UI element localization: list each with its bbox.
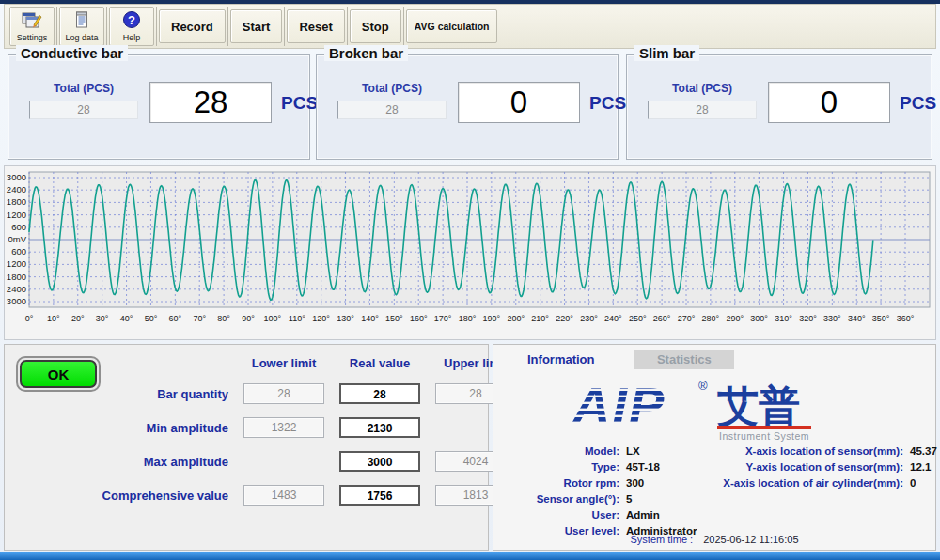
toolbar-separator — [56, 7, 57, 46]
svg-text:260°: 260° — [653, 314, 671, 323]
lower-limit-header: Lower limit — [243, 356, 324, 370]
conductive-total-input[interactable]: 28 — [29, 101, 138, 119]
y-sensor-label: Y-axis location of sensor(mm): — [682, 461, 903, 473]
svg-text:290°: 290° — [726, 314, 744, 323]
bar-quantity-lower: 28 — [243, 383, 324, 404]
svg-text:3000: 3000 — [7, 172, 26, 182]
stop-button[interactable]: Stop — [350, 9, 401, 43]
svg-text:120°: 120° — [312, 314, 330, 323]
system-time: System time : 2025-06-12 11:16:05 — [494, 534, 935, 545]
svg-text:170°: 170° — [434, 314, 452, 323]
info-panel: Information Statistics AIP ® 艾普 Instrume… — [493, 344, 936, 551]
svg-text:220°: 220° — [556, 314, 573, 323]
svg-text:160°: 160° — [410, 314, 428, 323]
max-amplitude-real: 3000 — [339, 451, 420, 472]
aip-logo-text: AIP — [571, 376, 666, 435]
broken-bar-panel: Broken bar Total (PCS) 28 0 PCS — [316, 54, 619, 160]
svg-text:0°: 0° — [25, 314, 34, 323]
min-amplitude-lower: 1322 — [243, 417, 324, 438]
svg-text:0mV: 0mV — [8, 234, 26, 244]
help-icon: ? — [122, 10, 141, 32]
svg-text:240°: 240° — [604, 314, 622, 323]
slim-total-input[interactable]: 28 — [648, 101, 757, 119]
svg-text:70°: 70° — [193, 314, 206, 323]
y-sensor-value: 12.1 — [910, 461, 931, 473]
broken-unit-label: PCS — [589, 93, 626, 114]
slim-count-display: 0 — [768, 82, 890, 123]
broken-bar-title: Broken bar — [324, 45, 408, 61]
bar-quantity-label: Bar quantity — [67, 387, 228, 401]
toolbar-separator — [106, 7, 107, 46]
max-amplitude-label: Max amplitude — [67, 455, 228, 469]
info-fields-left: Model:LX Type:45T-18 Rotor rpm:300 Senso… — [499, 443, 697, 538]
toolbar-separator — [403, 7, 404, 46]
registered-mark: ® — [698, 379, 708, 393]
svg-text:140°: 140° — [361, 314, 379, 323]
logo-red-bar — [717, 426, 811, 429]
tab-statistics[interactable]: Statistics — [634, 350, 734, 369]
aip-logo: AIP ® 艾普 Instrument System — [569, 371, 860, 448]
reset-button[interactable]: Reset — [287, 9, 344, 43]
svg-text:40°: 40° — [120, 314, 133, 323]
toolbar: Settings Log data — [4, 4, 936, 49]
svg-text:280°: 280° — [702, 314, 720, 323]
aip-logo-cjk: 艾普 — [717, 382, 800, 428]
conductive-total-label: Total (PCS) — [29, 82, 138, 95]
model-label: Model: — [499, 445, 619, 457]
svg-text:2400: 2400 — [7, 184, 26, 194]
svg-text:200°: 200° — [507, 314, 525, 323]
conductive-bar-panel: Conductive bar Total (PCS) 28 28 PCS — [8, 54, 310, 160]
user-value: Admin — [626, 509, 660, 521]
bar-quantity-real: 28 — [339, 383, 420, 404]
min-amplitude-real: 2130 — [339, 417, 420, 438]
svg-text:600: 600 — [11, 246, 26, 257]
svg-text:10°: 10° — [47, 314, 60, 323]
slim-total-label: Total (PCS) — [648, 82, 757, 95]
svg-text:?: ? — [128, 13, 135, 27]
broken-count-display: 0 — [458, 82, 580, 123]
svg-text:210°: 210° — [531, 314, 549, 323]
avg-calculation-button[interactable]: AVG calculation — [406, 9, 498, 43]
slim-bar-title: Slim bar — [634, 45, 699, 61]
type-label: Type: — [499, 461, 619, 473]
x-cylinder-value: 0 — [910, 477, 916, 489]
sensor-angle-label: Sensor angle(°): — [499, 493, 619, 505]
svg-text:3000: 3000 — [7, 296, 26, 306]
help-button[interactable]: ? Help — [109, 7, 154, 46]
log-data-button[interactable]: Log data — [59, 7, 104, 46]
info-fields-right: X-axis location of sensor(mm):45.37 Y-ax… — [682, 443, 937, 490]
slim-unit-label: PCS — [900, 93, 936, 114]
svg-text:350°: 350° — [872, 314, 890, 323]
svg-text:230°: 230° — [580, 314, 598, 323]
svg-text:60°: 60° — [169, 314, 182, 323]
log-data-label: Log data — [65, 33, 98, 42]
x-sensor-value: 45.37 — [910, 445, 937, 457]
svg-text:190°: 190° — [483, 314, 501, 323]
svg-text:270°: 270° — [678, 314, 696, 323]
svg-text:1800: 1800 — [7, 196, 26, 207]
start-button[interactable]: Start — [230, 9, 283, 43]
record-button[interactable]: Record — [159, 9, 226, 43]
rotor-rpm-label: Rotor rpm: — [499, 477, 619, 489]
settings-button[interactable]: Settings — [9, 7, 55, 46]
svg-text:320°: 320° — [799, 314, 817, 323]
broken-total-input[interactable]: 28 — [337, 101, 446, 119]
svg-text:150°: 150° — [385, 314, 403, 323]
svg-text:2400: 2400 — [7, 284, 26, 294]
app-window: Settings Log data — [0, 0, 940, 560]
waveform-svg: 30002400180012006000mV600120018002400300… — [5, 166, 935, 339]
model-value: LX — [626, 445, 640, 457]
slim-bar-panel: Slim bar Total (PCS) 28 0 PCS — [626, 54, 932, 160]
tab-information[interactable]: Information — [505, 350, 618, 369]
help-label: Help — [123, 33, 141, 42]
svg-text:1200: 1200 — [7, 210, 26, 220]
svg-text:100°: 100° — [264, 314, 282, 323]
conductive-unit-label: PCS — [281, 93, 318, 114]
settings-icon — [22, 10, 42, 32]
toolbar-separator — [227, 7, 228, 46]
system-time-value: 2025-06-12 11:16:05 — [703, 534, 798, 545]
svg-text:90°: 90° — [242, 314, 255, 323]
os-taskbar[interactable] — [0, 552, 940, 560]
svg-text:360°: 360° — [897, 314, 915, 323]
toolbar-separator — [284, 7, 285, 46]
